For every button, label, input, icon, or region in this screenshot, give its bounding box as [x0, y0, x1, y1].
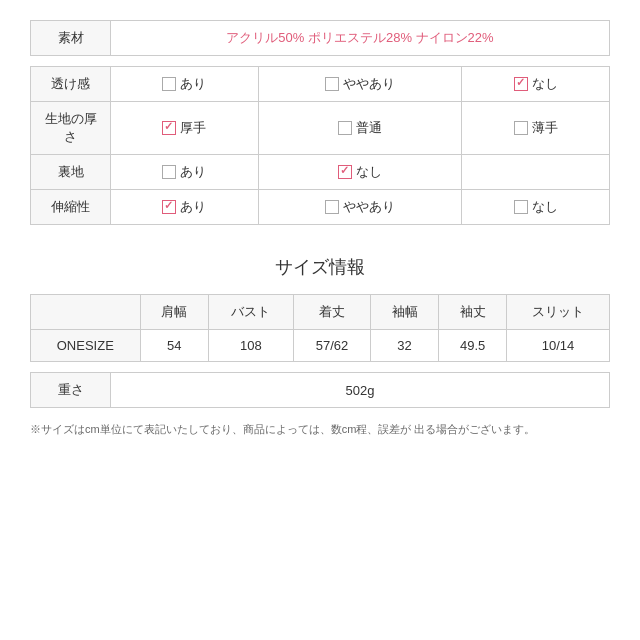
attribute-label: 伸縮性 — [31, 190, 111, 225]
attribute-cell: 薄手 — [462, 102, 610, 155]
attribute-cell: ややあり — [258, 67, 461, 102]
size-column-header: 肩幅 — [140, 295, 208, 330]
material-row: 素材 アクリル50% ポリエステル28% ナイロン22% — [31, 21, 610, 56]
option-label: 普通 — [356, 119, 382, 137]
material-label: 素材 — [31, 21, 111, 56]
checkbox-empty-icon — [338, 121, 352, 135]
attribute-cell: 厚手 — [111, 102, 259, 155]
weight-row: 重さ502g — [31, 373, 610, 408]
attribute-cell: なし — [258, 155, 461, 190]
material-value: アクリル50% ポリエステル28% ナイロン22% — [111, 21, 610, 56]
attribute-label: 生地の厚さ — [31, 102, 111, 155]
attributes-table: 透け感ありややありなし生地の厚さ厚手普通薄手裏地ありなし伸縮性ありややありなし — [30, 66, 610, 225]
attribute-label: 透け感 — [31, 67, 111, 102]
attribute-row: 透け感ありややありなし — [31, 67, 610, 102]
checkbox-empty-icon — [514, 200, 528, 214]
material-table: 素材 アクリル50% ポリエステル28% ナイロン22% — [30, 20, 610, 56]
option-label: あり — [180, 163, 206, 181]
attribute-cell: あり — [111, 155, 259, 190]
size-row-label: ONESIZE — [31, 330, 141, 362]
checkbox-empty-icon — [325, 200, 339, 214]
attribute-cell: 普通 — [258, 102, 461, 155]
checkbox-empty-icon — [162, 77, 176, 91]
size-cell: 32 — [370, 330, 438, 362]
attribute-cell: なし — [462, 67, 610, 102]
weight-label: 重さ — [31, 373, 111, 408]
option-label: なし — [532, 198, 558, 216]
size-note: ※サイズはcm単位にて表記いたしており、商品によっては、数cm程、誤差が 出る場… — [30, 420, 610, 439]
size-data-row: ONESIZE5410857/623249.510/14 — [31, 330, 610, 362]
option-label: なし — [356, 163, 382, 181]
size-column-header: 袖幅 — [370, 295, 438, 330]
attribute-cell — [462, 155, 610, 190]
size-cell: 10/14 — [507, 330, 610, 362]
attribute-cell: あり — [111, 67, 259, 102]
attribute-row: 生地の厚さ厚手普通薄手 — [31, 102, 610, 155]
checkbox-empty-icon — [162, 165, 176, 179]
option-label: 厚手 — [180, 119, 206, 137]
option-label: あり — [180, 198, 206, 216]
size-cell: 49.5 — [439, 330, 507, 362]
size-header-row: 肩幅バスト着丈袖幅袖丈スリット — [31, 295, 610, 330]
checkbox-empty-icon — [325, 77, 339, 91]
checkbox-empty-icon — [514, 121, 528, 135]
attribute-cell: ややあり — [258, 190, 461, 225]
size-column-header — [31, 295, 141, 330]
checkbox-checked-icon — [514, 77, 528, 91]
checkbox-checked-icon — [162, 200, 176, 214]
size-cell: 108 — [208, 330, 293, 362]
checkbox-checked-icon — [338, 165, 352, 179]
option-label: ややあり — [343, 75, 395, 93]
attribute-row: 伸縮性ありややありなし — [31, 190, 610, 225]
attribute-cell: なし — [462, 190, 610, 225]
size-column-header: スリット — [507, 295, 610, 330]
size-cell: 54 — [140, 330, 208, 362]
attribute-row: 裏地ありなし — [31, 155, 610, 190]
option-label: ややあり — [343, 198, 395, 216]
option-label: あり — [180, 75, 206, 93]
size-section-title: サイズ情報 — [30, 255, 610, 279]
size-table: 肩幅バスト着丈袖幅袖丈スリットONESIZE5410857/623249.510… — [30, 294, 610, 362]
weight-value: 502g — [111, 373, 610, 408]
attribute-label: 裏地 — [31, 155, 111, 190]
size-column-header: バスト — [208, 295, 293, 330]
option-label: なし — [532, 75, 558, 93]
checkbox-checked-icon — [162, 121, 176, 135]
option-label: 薄手 — [532, 119, 558, 137]
weight-table: 重さ502g — [30, 372, 610, 408]
size-cell: 57/62 — [294, 330, 371, 362]
size-column-header: 着丈 — [294, 295, 371, 330]
attribute-cell: あり — [111, 190, 259, 225]
size-column-header: 袖丈 — [439, 295, 507, 330]
